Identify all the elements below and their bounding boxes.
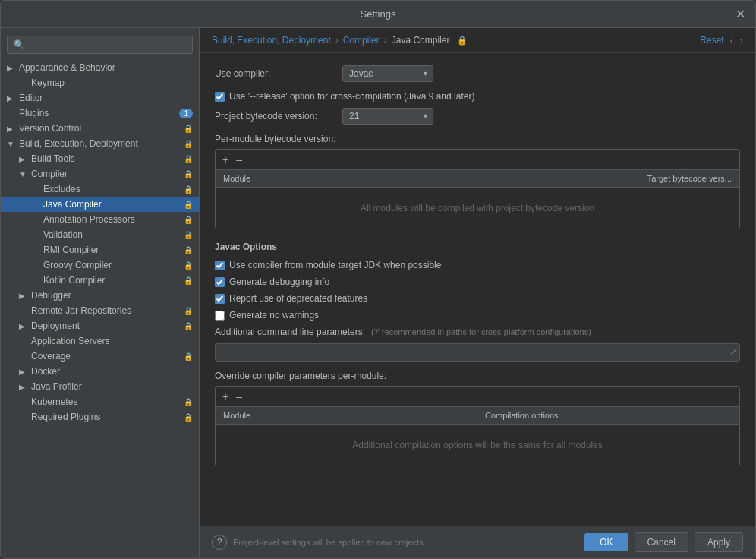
bytecode-version-select[interactable]: 891011 12131415 16171819 2021 bbox=[342, 108, 433, 125]
add-override-button[interactable]: + bbox=[220, 390, 231, 403]
breadcrumb-java-compiler: Java Compiler bbox=[392, 35, 450, 46]
per-module-toolbar: + – bbox=[216, 150, 739, 170]
lock-icon: 🔒 bbox=[184, 322, 193, 330]
sidebar: ▶ Appearance & Behavior Keymap ▶ Editor … bbox=[1, 28, 200, 558]
sidebar-item-label: Required Plugins bbox=[31, 412, 184, 422]
reset-button[interactable]: Reset bbox=[700, 35, 723, 46]
lock-icon: 🔒 bbox=[184, 352, 193, 361]
bottom-bar: ? Project-level settings will be applied… bbox=[200, 526, 755, 558]
sidebar-item-label: Java Compiler bbox=[43, 199, 184, 210]
sidebar-item-coverage[interactable]: Coverage 🔒 bbox=[1, 349, 199, 364]
sidebar-item-label: Remote Jar Repositories bbox=[31, 305, 184, 316]
override-empty-msg: Additional compilation options will be t… bbox=[216, 425, 739, 466]
help-button[interactable]: ? bbox=[212, 535, 227, 550]
breadcrumb-lock-icon: 🔒 bbox=[457, 36, 468, 46]
cancel-button[interactable]: Cancel bbox=[635, 532, 688, 552]
report-deprecated-checkbox[interactable] bbox=[215, 294, 225, 304]
sidebar-item-label: Appearance & Behavior bbox=[19, 62, 193, 73]
sidebar-item-build-exec[interactable]: ▼ Build, Execution, Deployment 🔒 bbox=[1, 136, 199, 151]
sidebar-item-label: Annotation Processors bbox=[43, 214, 184, 225]
sidebar-item-build-tools[interactable]: ▶ Build Tools 🔒 bbox=[1, 151, 199, 166]
remove-module-button[interactable]: – bbox=[234, 153, 244, 166]
checkbox-generate-debug: Generate debugging info bbox=[215, 276, 740, 287]
sidebar-item-required-plugins[interactable]: Required Plugins 🔒 bbox=[1, 409, 199, 425]
sidebar-item-validation[interactable]: Validation 🔒 bbox=[1, 227, 199, 242]
lock-icon: 🔒 bbox=[184, 246, 193, 254]
sidebar-item-rmi[interactable]: RMI Compiler 🔒 bbox=[1, 242, 199, 257]
arrow-icon: ▶ bbox=[7, 94, 19, 103]
arrow-icon: ▼ bbox=[7, 140, 19, 148]
breadcrumb-bar: Build, Execution, Deployment › Compiler … bbox=[200, 28, 755, 53]
sidebar-item-kubernetes[interactable]: Kubernetes 🔒 bbox=[1, 394, 199, 409]
additional-cmd-label: Additional command line parameters: bbox=[215, 327, 365, 337]
search-box bbox=[7, 36, 193, 54]
checkbox-use-compiler-module: Use compiler from module target JDK when… bbox=[215, 260, 740, 270]
sidebar-item-compiler[interactable]: ▼ Compiler 🔒 bbox=[1, 166, 199, 182]
arrow-icon: ▶ bbox=[19, 322, 31, 330]
sidebar-item-version-control[interactable]: ▶ Version Control 🔒 bbox=[1, 121, 199, 136]
use-compiler-module-checkbox[interactable] bbox=[215, 261, 225, 270]
sidebar-item-app-servers[interactable]: Application Servers bbox=[1, 333, 199, 349]
checkbox-report-deprecated: Report use of deprecated features bbox=[215, 293, 740, 304]
override-label: Override compiler parameters per-module: bbox=[215, 371, 740, 381]
nav-back-button[interactable]: ‹ bbox=[730, 34, 734, 46]
lock-icon: 🔒 bbox=[184, 155, 193, 163]
sidebar-item-label: Plugins bbox=[19, 108, 176, 118]
checkbox-no-warnings: Generate no warnings bbox=[215, 310, 740, 321]
remove-override-button[interactable]: – bbox=[234, 390, 244, 403]
sidebar-item-kotlin[interactable]: Kotlin Compiler 🔒 bbox=[1, 273, 199, 288]
add-module-button[interactable]: + bbox=[220, 153, 231, 166]
release-option-checkbox[interactable] bbox=[215, 92, 225, 102]
override-table: + – Module Compilation options Additiona… bbox=[215, 386, 740, 466]
lock-icon: 🔒 bbox=[184, 261, 193, 270]
sidebar-item-remote-jar[interactable]: Remote Jar Repositories 🔒 bbox=[1, 303, 199, 318]
sidebar-item-label: RMI Compiler bbox=[43, 245, 184, 255]
no-warnings-checkbox[interactable] bbox=[215, 311, 225, 321]
compiler-select[interactable]: Javac Eclipse Ajc bbox=[342, 65, 433, 82]
javac-options-title: Javac Options bbox=[215, 242, 740, 252]
arrow-icon: ▶ bbox=[19, 368, 31, 376]
sidebar-item-label: Java Profiler bbox=[31, 381, 193, 392]
nav-forward-button[interactable]: › bbox=[739, 34, 743, 46]
breadcrumb-sep-2: › bbox=[384, 35, 387, 46]
close-button[interactable]: ✕ bbox=[734, 8, 746, 21]
main-content: ▶ Appearance & Behavior Keymap ▶ Editor … bbox=[1, 28, 755, 558]
sidebar-item-label: Build Tools bbox=[31, 153, 184, 164]
cmd-input[interactable] bbox=[215, 343, 740, 362]
target-col-header: Target bytecode vers... bbox=[477, 170, 739, 187]
lock-icon: 🔒 bbox=[184, 140, 193, 148]
sidebar-item-java-profiler[interactable]: ▶ Java Profiler bbox=[1, 379, 199, 394]
sidebar-item-debugger[interactable]: ▶ Debugger bbox=[1, 288, 199, 303]
sidebar-item-plugins[interactable]: Plugins 1 bbox=[1, 106, 199, 121]
sidebar-item-docker[interactable]: ▶ Docker bbox=[1, 364, 199, 379]
lock-icon: 🔒 bbox=[184, 398, 193, 406]
sidebar-item-deployment[interactable]: ▶ Deployment 🔒 bbox=[1, 318, 199, 333]
ok-button[interactable]: OK bbox=[584, 533, 628, 551]
search-input[interactable] bbox=[7, 36, 193, 54]
breadcrumb-sep-1: › bbox=[335, 35, 339, 46]
sidebar-item-editor[interactable]: ▶ Editor bbox=[1, 90, 199, 106]
lock-icon: 🔒 bbox=[184, 125, 193, 133]
sidebar-item-excludes[interactable]: Excludes 🔒 bbox=[1, 182, 199, 197]
sidebar-item-annotation[interactable]: Annotation Processors 🔒 bbox=[1, 212, 199, 227]
sidebar-item-label: Validation bbox=[43, 229, 184, 240]
sidebar-item-java-compiler[interactable]: Java Compiler 🔒 bbox=[1, 197, 199, 212]
sidebar-item-label: Compiler bbox=[31, 169, 184, 179]
no-warnings-label: Generate no warnings bbox=[229, 310, 319, 321]
bytecode-select-wrapper: 891011 12131415 16171819 2021 bbox=[342, 108, 433, 125]
apply-button[interactable]: Apply bbox=[695, 532, 743, 552]
panel-content: Use compiler: Javac Eclipse Ajc Use '--r… bbox=[200, 53, 755, 526]
arrow-icon: ▼ bbox=[19, 170, 31, 178]
lock-icon: 🔒 bbox=[184, 185, 193, 194]
generate-debug-checkbox[interactable] bbox=[215, 277, 225, 287]
sidebar-item-appearance[interactable]: ▶ Appearance & Behavior bbox=[1, 60, 199, 75]
breadcrumb-build[interactable]: Build, Execution, Deployment bbox=[212, 35, 331, 46]
breadcrumb-compiler[interactable]: Compiler bbox=[343, 35, 380, 46]
sidebar-item-groovy[interactable]: Groovy Compiler 🔒 bbox=[1, 257, 199, 273]
bottom-hint: Project-level settings will be applied t… bbox=[233, 538, 578, 547]
sidebar-item-label: Editor bbox=[19, 93, 193, 103]
sidebar-item-keymap[interactable]: Keymap bbox=[1, 75, 199, 90]
sidebar-item-label: Docker bbox=[31, 366, 193, 377]
dialog-title: Settings bbox=[361, 8, 396, 20]
cmd-expand-button[interactable]: ⤢ bbox=[729, 347, 737, 358]
